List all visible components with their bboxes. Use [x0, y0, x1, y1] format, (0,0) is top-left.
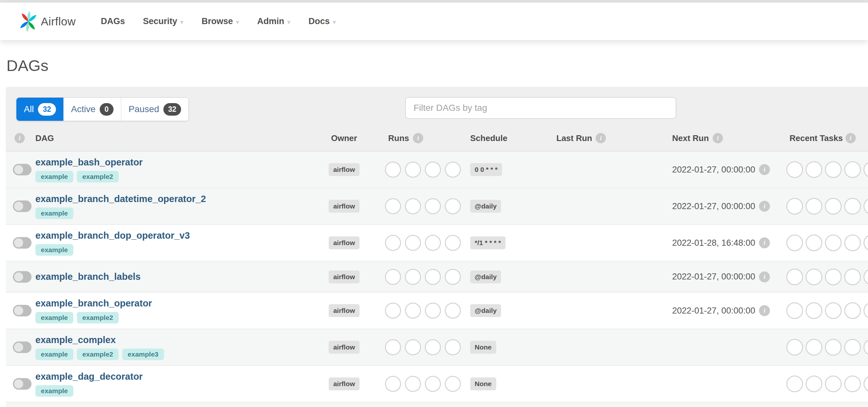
recent-task-circle[interactable]	[844, 269, 861, 285]
status-tab[interactable]: All 32	[17, 98, 63, 121]
run-status-circle[interactable]	[385, 235, 401, 251]
dag-tag[interactable]: example	[35, 244, 73, 256]
run-status-circle[interactable]	[405, 269, 421, 285]
recent-task-circle[interactable]	[786, 198, 803, 214]
pause-toggle[interactable]	[13, 200, 32, 212]
recent-task-circle[interactable]	[844, 235, 861, 251]
dag-name-link[interactable]: example_bash_operator	[35, 157, 143, 168]
status-tab[interactable]: Active 0	[63, 98, 121, 121]
recent-task-circle[interactable]	[844, 339, 861, 355]
recent-task-circle[interactable]	[806, 269, 822, 285]
run-status-circle[interactable]	[425, 339, 441, 355]
recent-task-circle[interactable]	[864, 235, 868, 251]
status-tab[interactable]: Paused 32	[121, 98, 189, 121]
recent-task-circle[interactable]	[786, 302, 803, 319]
run-status-circle[interactable]	[425, 303, 441, 319]
run-status-circle[interactable]	[405, 339, 421, 355]
recent-task-circle[interactable]	[844, 161, 861, 178]
dag-name-link[interactable]: example_branch_operator	[35, 298, 152, 309]
run-status-circle[interactable]	[445, 303, 461, 319]
run-status-circle[interactable]	[445, 269, 461, 285]
run-status-circle[interactable]	[405, 303, 421, 319]
recent-task-circle[interactable]	[825, 302, 842, 319]
run-status-circle[interactable]	[385, 269, 401, 285]
recent-task-circle[interactable]	[786, 339, 803, 355]
run-status-circle[interactable]	[385, 376, 401, 392]
recent-task-circle[interactable]	[844, 375, 861, 392]
run-status-circle[interactable]	[385, 339, 401, 355]
run-status-circle[interactable]	[445, 162, 461, 178]
recent-task-circle[interactable]	[806, 198, 822, 214]
recent-task-circle[interactable]	[825, 269, 842, 285]
recent-task-circle[interactable]	[806, 235, 822, 251]
pause-toggle[interactable]	[13, 378, 32, 389]
dag-name-link[interactable]: example_dag_decorator	[35, 371, 143, 382]
run-status-circle[interactable]	[405, 162, 421, 178]
run-status-circle[interactable]	[385, 162, 401, 178]
cell-runs	[370, 151, 463, 188]
pause-toggle[interactable]	[13, 305, 32, 316]
run-status-circle[interactable]	[445, 198, 461, 214]
recent-task-circle[interactable]	[825, 198, 842, 214]
header-cell-owner: Owner	[318, 133, 370, 143]
pause-toggle[interactable]	[13, 237, 32, 249]
run-status-circle[interactable]	[425, 162, 441, 178]
pause-toggle[interactable]	[13, 271, 32, 283]
run-status-circle[interactable]	[425, 269, 441, 285]
dag-tag[interactable]: example	[35, 348, 73, 360]
run-status-circle[interactable]	[425, 376, 441, 392]
recent-task-circle[interactable]	[786, 269, 803, 285]
recent-task-circle[interactable]	[806, 161, 822, 178]
nav-item[interactable]: Security ▾	[134, 3, 193, 40]
recent-task-circle[interactable]	[864, 269, 868, 285]
dag-tag[interactable]: example	[35, 385, 73, 397]
recent-task-circle[interactable]	[825, 161, 842, 178]
recent-task-circle[interactable]	[864, 198, 868, 214]
recent-task-circle[interactable]	[786, 375, 803, 392]
dag-tag[interactable]: example	[35, 207, 73, 219]
recent-task-circle[interactable]	[864, 339, 868, 355]
recent-task-circle[interactable]	[806, 339, 822, 355]
run-status-circle[interactable]	[445, 339, 461, 355]
dag-name-link[interactable]: example_branch_datetime_operator_2	[35, 194, 206, 204]
pause-toggle[interactable]	[13, 341, 32, 353]
dag-name-link[interactable]: example_branch_dop_operator_v3	[35, 230, 190, 241]
recent-task-circle[interactable]	[825, 339, 842, 355]
dag-tag[interactable]: example2	[77, 348, 119, 360]
dag-tag[interactable]: example2	[77, 171, 119, 182]
run-status-circle[interactable]	[425, 235, 441, 251]
run-status-circle[interactable]	[385, 303, 401, 319]
filter-dags-by-tag-input[interactable]	[405, 97, 676, 119]
run-status-circle[interactable]	[405, 376, 421, 392]
nav-item[interactable]: Browse ▾	[193, 3, 248, 40]
run-status-circle[interactable]	[405, 235, 421, 251]
header-cell-schedule: Schedule	[463, 133, 544, 143]
run-status-circle[interactable]	[445, 376, 461, 392]
nav-item[interactable]: DAGs	[92, 3, 134, 40]
recent-task-circle[interactable]	[806, 302, 822, 319]
run-status-circle[interactable]	[385, 198, 401, 214]
recent-task-circle[interactable]	[825, 375, 842, 392]
run-status-circle[interactable]	[405, 198, 421, 214]
nav-item[interactable]: Admin ▾	[248, 3, 300, 40]
dag-name-link[interactable]: example_branch_labels	[35, 271, 141, 282]
run-status-circle[interactable]	[425, 198, 441, 214]
recent-task-circle[interactable]	[864, 161, 868, 178]
recent-task-circle[interactable]	[864, 302, 868, 319]
dag-tag[interactable]: example3	[122, 348, 164, 360]
dag-tag[interactable]: example2	[77, 312, 119, 324]
recent-task-circle[interactable]	[786, 161, 803, 178]
recent-task-circle[interactable]	[844, 302, 861, 319]
nav-item[interactable]: Docs ▾	[300, 3, 345, 40]
airflow-brand[interactable]: Airflow	[18, 7, 76, 36]
dag-tag[interactable]: example	[35, 312, 73, 324]
pause-toggle[interactable]	[13, 164, 32, 175]
recent-task-circle[interactable]	[806, 375, 822, 392]
run-status-circle[interactable]	[445, 235, 461, 251]
dag-tag[interactable]: example	[35, 171, 73, 182]
recent-task-circle[interactable]	[786, 235, 803, 251]
recent-task-circle[interactable]	[825, 235, 842, 251]
dag-name-link[interactable]: example_complex	[35, 335, 116, 345]
recent-task-circle[interactable]	[844, 198, 861, 214]
recent-task-circle[interactable]	[864, 375, 868, 392]
